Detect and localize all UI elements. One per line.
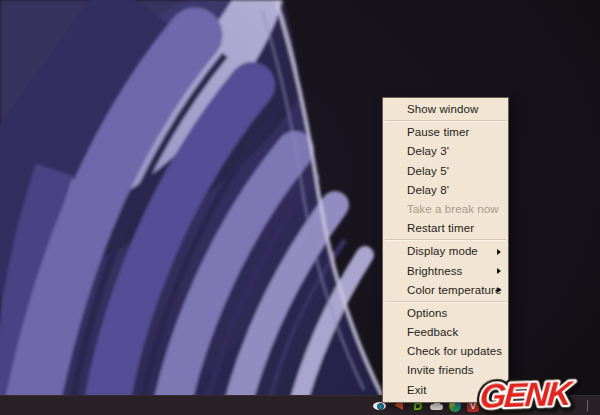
- menu-item-show-window[interactable]: Show window: [383, 100, 508, 119]
- menu-item-label: Delay 3': [407, 145, 449, 157]
- menu-item-label: Display mode: [407, 245, 478, 257]
- menu-item-options[interactable]: Options: [383, 304, 508, 323]
- menu-item-label: Restart timer: [407, 222, 474, 234]
- menu-item-label: Check for updates: [407, 345, 502, 357]
- genk-watermark: GENK GENK GENK: [467, 372, 600, 415]
- menu-item-color-temperature[interactable]: Color temperature: [383, 281, 508, 300]
- menu-item-feedback[interactable]: Feedback: [383, 323, 508, 342]
- submenu-arrow-icon: [497, 249, 501, 255]
- menu-item-take-a-break-now: Take a break now: [383, 200, 508, 219]
- submenu-arrow-icon: [497, 268, 501, 274]
- menu-item-delay-3[interactable]: Delay 3': [383, 142, 508, 161]
- menu-item-delay-8[interactable]: Delay 8': [383, 181, 508, 200]
- menu-item-label: Invite friends: [407, 364, 474, 376]
- menu-item-label: Pause timer: [407, 126, 469, 138]
- desktop: Show windowPause timerDelay 3'Delay 5'De…: [0, 0, 600, 415]
- submenu-arrow-icon: [497, 287, 501, 293]
- tray-context-menu: Show windowPause timerDelay 3'Delay 5'De…: [382, 97, 509, 403]
- menu-item-label: Brightness: [407, 265, 462, 277]
- menu-separator: [385, 301, 506, 303]
- menu-item-restart-timer[interactable]: Restart timer: [383, 219, 508, 238]
- menu-separator: [385, 239, 506, 241]
- menu-item-brightness[interactable]: Brightness: [383, 262, 508, 281]
- menu-item-label: Show window: [407, 103, 478, 115]
- menu-item-pause-timer[interactable]: Pause timer: [383, 123, 508, 142]
- menu-item-label: Delay 5': [407, 165, 449, 177]
- menu-separator: [385, 120, 506, 122]
- menu-item-label: Take a break now: [407, 203, 499, 215]
- menu-item-label: Options: [407, 307, 447, 319]
- genk-watermark-text: GENK: [479, 374, 576, 415]
- wallpaper: [0, 0, 600, 415]
- menu-item-label: Delay 8': [407, 184, 449, 196]
- menu-item-label: Feedback: [407, 326, 458, 338]
- menu-item-check-for-updates[interactable]: Check for updates: [383, 342, 508, 361]
- menu-item-label: Exit: [407, 384, 427, 396]
- menu-item-label: Color temperature: [407, 284, 501, 296]
- menu-item-delay-5[interactable]: Delay 5': [383, 162, 508, 181]
- menu-item-display-mode[interactable]: Display mode: [383, 242, 508, 261]
